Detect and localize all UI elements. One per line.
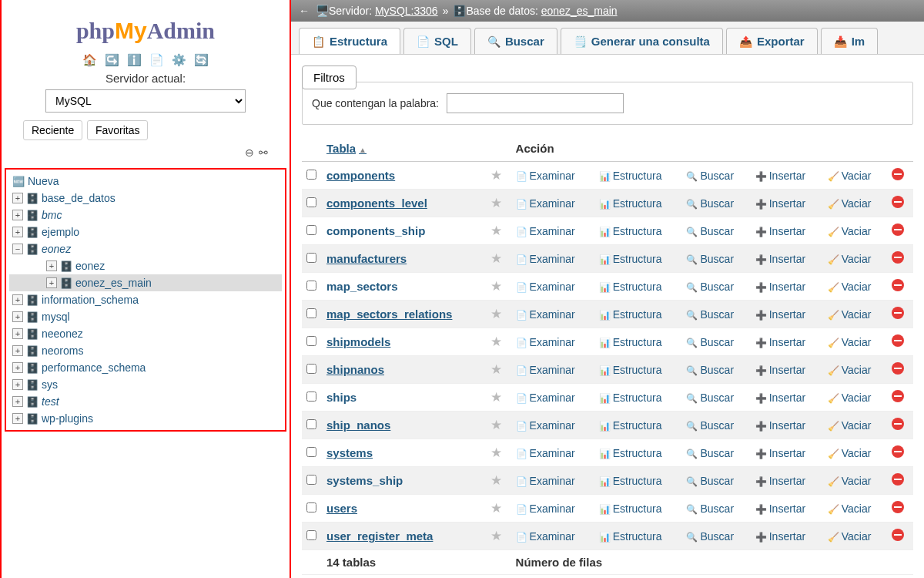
expand-icon[interactable]: +: [12, 193, 23, 203]
filters-button[interactable]: Filtros: [302, 66, 357, 89]
search-link[interactable]: 🔍Buscar: [686, 336, 734, 348]
tree-item[interactable]: +🗄️base_de_datos: [9, 190, 282, 207]
row-checkbox[interactable]: [306, 364, 316, 374]
empty-link[interactable]: 🧹Vaciar: [828, 225, 872, 237]
favorite-star-icon[interactable]: ★: [490, 390, 502, 405]
empty-link[interactable]: 🧹Vaciar: [828, 281, 872, 293]
insert-link[interactable]: ➕Insertar: [755, 336, 805, 348]
table-name-link[interactable]: systems_ship: [326, 474, 403, 487]
insert-link[interactable]: ➕Insertar: [755, 281, 805, 293]
expand-icon[interactable]: +: [12, 294, 23, 305]
reload-icon[interactable]: 🔄: [194, 53, 209, 66]
structure-link[interactable]: 📊Estructura: [599, 336, 662, 348]
tree-item[interactable]: +🗄️neeonez: [9, 325, 282, 342]
tree-item[interactable]: +🗄️test: [9, 393, 282, 410]
db-link[interactable]: performance_schema: [42, 361, 146, 374]
empty-link[interactable]: 🧹Vaciar: [828, 530, 872, 543]
delete-icon[interactable]: [892, 334, 904, 347]
search-link[interactable]: 🔍Buscar: [686, 308, 734, 321]
insert-link[interactable]: ➕Insertar: [755, 225, 805, 237]
insert-link[interactable]: ➕Insertar: [755, 447, 805, 459]
favorite-star-icon[interactable]: ★: [490, 418, 502, 432]
new-db-link[interactable]: Nueva: [28, 175, 59, 187]
expand-icon[interactable]: +: [12, 311, 23, 322]
table-name-link[interactable]: users: [326, 502, 357, 515]
table-name-link[interactable]: manufacturers: [326, 252, 407, 265]
tree-item[interactable]: +🗄️neoroms: [9, 342, 282, 359]
table-name-link[interactable]: shipmodels: [326, 335, 390, 348]
tree-item[interactable]: +🗄️eonez: [9, 257, 282, 274]
row-checkbox[interactable]: [306, 447, 316, 457]
db-link[interactable]: sys: [42, 378, 58, 391]
tab-structure[interactable]: 📋Estructura: [299, 28, 400, 54]
browse-link[interactable]: 📄Examinar: [516, 170, 575, 182]
row-checkbox[interactable]: [306, 253, 316, 263]
delete-icon[interactable]: [892, 251, 904, 264]
tree-item[interactable]: +🗄️sys: [9, 376, 282, 393]
search-link[interactable]: 🔍Buscar: [686, 502, 734, 515]
delete-icon[interactable]: [892, 307, 904, 319]
db-link[interactable]: information_schema: [42, 294, 139, 306]
delete-icon[interactable]: [892, 445, 904, 458]
delete-icon[interactable]: [892, 390, 904, 402]
expand-icon[interactable]: +: [12, 210, 23, 220]
favorite-star-icon[interactable]: ★: [490, 168, 502, 183]
search-link[interactable]: 🔍Buscar: [686, 253, 734, 265]
favorite-star-icon[interactable]: ★: [490, 445, 502, 460]
table-name-link[interactable]: shipnanos: [326, 363, 384, 376]
row-checkbox[interactable]: [306, 197, 316, 207]
structure-link[interactable]: 📊Estructura: [599, 502, 662, 515]
favorite-star-icon[interactable]: ★: [490, 196, 502, 210]
browse-link[interactable]: 📄Examinar: [516, 225, 575, 237]
favorite-star-icon[interactable]: ★: [490, 501, 502, 516]
expand-icon[interactable]: −: [12, 244, 23, 254]
favorite-star-icon[interactable]: ★: [490, 251, 502, 266]
db-link[interactable]: test: [42, 395, 59, 408]
structure-link[interactable]: 📊Estructura: [599, 391, 662, 404]
row-checkbox[interactable]: [306, 419, 316, 429]
structure-link[interactable]: 📊Estructura: [599, 308, 662, 321]
tab-import[interactable]: 📥Im: [821, 28, 879, 54]
expand-icon[interactable]: +: [12, 396, 23, 407]
expand-icon[interactable]: +: [12, 227, 23, 237]
insert-link[interactable]: ➕Insertar: [755, 308, 805, 321]
structure-link[interactable]: 📊Estructura: [599, 281, 662, 293]
search-link[interactable]: 🔍Buscar: [686, 391, 734, 404]
delete-icon[interactable]: [892, 418, 904, 430]
empty-link[interactable]: 🧹Vaciar: [828, 253, 872, 265]
empty-link[interactable]: 🧹Vaciar: [828, 475, 872, 487]
search-link[interactable]: 🔍Buscar: [686, 475, 734, 487]
insert-link[interactable]: ➕Insertar: [755, 197, 805, 210]
insert-link[interactable]: ➕Insertar: [755, 530, 805, 543]
tab-sql[interactable]: 📄SQL: [403, 28, 471, 54]
delete-icon[interactable]: [892, 168, 904, 180]
expand-icon[interactable]: +: [12, 362, 23, 373]
tree-item[interactable]: −🗄️eonez: [9, 240, 282, 257]
table-name-link[interactable]: components: [326, 169, 395, 182]
browse-link[interactable]: 📄Examinar: [516, 502, 575, 515]
favorite-star-icon[interactable]: ★: [490, 529, 502, 543]
filter-input[interactable]: [447, 93, 624, 113]
favorite-star-icon[interactable]: ★: [490, 223, 502, 238]
row-checkbox[interactable]: [306, 391, 316, 402]
table-name-link[interactable]: components_level: [326, 197, 427, 210]
insert-link[interactable]: ➕Insertar: [755, 364, 805, 376]
structure-link[interactable]: 📊Estructura: [599, 225, 662, 237]
structure-link[interactable]: 📊Estructura: [599, 419, 662, 432]
db-link[interactable]: neoroms: [42, 344, 83, 357]
search-link[interactable]: 🔍Buscar: [686, 281, 734, 293]
empty-link[interactable]: 🧹Vaciar: [828, 336, 872, 348]
expand-icon[interactable]: +: [12, 328, 23, 339]
home-icon[interactable]: 🏠: [82, 53, 97, 66]
delete-icon[interactable]: [892, 473, 904, 486]
structure-link[interactable]: 📊Estructura: [599, 364, 662, 376]
tree-item[interactable]: +🗄️ejemplo: [9, 223, 282, 240]
empty-link[interactable]: 🧹Vaciar: [828, 447, 872, 459]
info-icon[interactable]: ℹ️: [127, 53, 142, 66]
browse-link[interactable]: 📄Examinar: [516, 308, 575, 321]
row-checkbox[interactable]: [306, 475, 316, 485]
browse-link[interactable]: 📄Examinar: [516, 253, 575, 265]
insert-link[interactable]: ➕Insertar: [755, 391, 805, 404]
db-link[interactable]: eonez: [42, 243, 71, 255]
structure-link[interactable]: 📊Estructura: [599, 530, 662, 543]
